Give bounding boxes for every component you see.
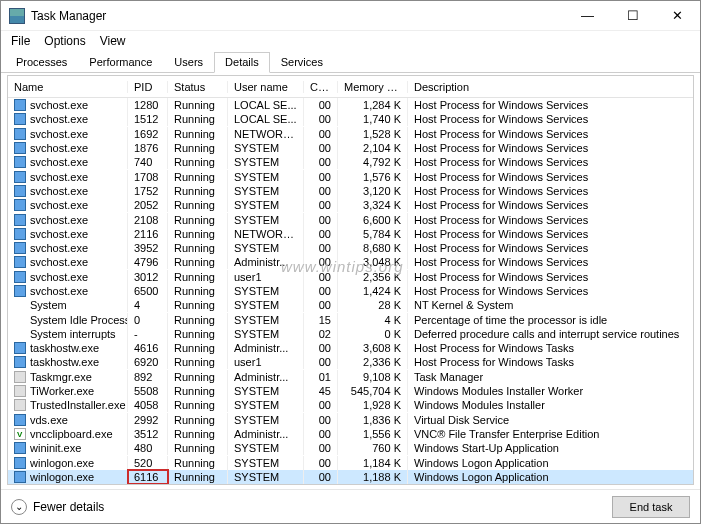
- process-icon: [14, 314, 26, 326]
- tab-performance[interactable]: Performance: [78, 52, 163, 73]
- process-icon: [14, 457, 26, 469]
- cell-pid: 4616: [128, 341, 168, 355]
- cell-name: vds.exe: [30, 413, 68, 427]
- col-name[interactable]: Name: [8, 81, 128, 93]
- menu-view[interactable]: View: [100, 34, 126, 48]
- table-row[interactable]: TiWorker.exe5508RunningSYSTEM45545,704 K…: [8, 384, 693, 398]
- grid-body[interactable]: svchost.exe1280RunningLOCAL SE...001,284…: [8, 98, 693, 484]
- tab-details[interactable]: Details: [214, 52, 270, 73]
- cell-cpu: 00: [304, 155, 338, 169]
- close-button[interactable]: ✕: [655, 1, 700, 30]
- table-row[interactable]: taskhostw.exe4616RunningAdministr...003,…: [8, 341, 693, 355]
- table-row[interactable]: System Idle Process0RunningSYSTEM154 KPe…: [8, 312, 693, 326]
- table-row[interactable]: System4RunningSYSTEM0028 KNT Kernel & Sy…: [8, 298, 693, 312]
- table-row[interactable]: svchost.exe2116RunningNETWORK...005,784 …: [8, 227, 693, 241]
- table-row[interactable]: svchost.exe6500RunningSYSTEM001,424 KHos…: [8, 284, 693, 298]
- cell-status: Running: [168, 98, 228, 112]
- table-row[interactable]: TrustedInstaller.exe4058RunningSYSTEM001…: [8, 398, 693, 412]
- cell-user: SYSTEM: [228, 198, 304, 212]
- table-row[interactable]: taskhostw.exe6920Runninguser1002,336 KHo…: [8, 355, 693, 369]
- col-user[interactable]: User name: [228, 81, 304, 93]
- col-cpu[interactable]: CPU: [304, 81, 338, 93]
- cell-memory: 1,836 K: [338, 413, 408, 427]
- cell-cpu: 15: [304, 313, 338, 327]
- cell-user: SYSTEM: [228, 384, 304, 398]
- process-icon: [14, 428, 26, 440]
- cell-cpu: 00: [304, 213, 338, 227]
- table-row[interactable]: winlogon.exe6116RunningSYSTEM001,188 KWi…: [8, 470, 693, 484]
- table-row[interactable]: wininit.exe480RunningSYSTEM00760 KWindow…: [8, 441, 693, 455]
- cell-cpu: 00: [304, 112, 338, 126]
- tab-users[interactable]: Users: [163, 52, 214, 73]
- table-row[interactable]: svchost.exe740RunningSYSTEM004,792 KHost…: [8, 155, 693, 169]
- table-row[interactable]: svchost.exe2052RunningSYSTEM003,324 KHos…: [8, 198, 693, 212]
- table-row[interactable]: svchost.exe1512RunningLOCAL SE...001,740…: [8, 112, 693, 126]
- cell-cpu: 00: [304, 227, 338, 241]
- process-icon: [14, 113, 26, 125]
- table-row[interactable]: svchost.exe1876RunningSYSTEM002,104 KHos…: [8, 141, 693, 155]
- cell-description: Host Process for Windows Services: [408, 198, 693, 212]
- tab-processes[interactable]: Processes: [5, 52, 78, 73]
- cell-cpu: 02: [304, 327, 338, 341]
- cell-cpu: 00: [304, 255, 338, 269]
- table-row[interactable]: svchost.exe3012Runninguser1002,356 KHost…: [8, 270, 693, 284]
- cell-memory: 2,336 K: [338, 355, 408, 369]
- cell-pid: 3512: [128, 427, 168, 441]
- cell-pid: 2052: [128, 198, 168, 212]
- col-memory[interactable]: Memory (p...: [338, 81, 408, 93]
- table-row[interactable]: vncclipboard.exe3512RunningAdministr...0…: [8, 427, 693, 441]
- end-task-button[interactable]: End task: [612, 496, 690, 518]
- table-row[interactable]: svchost.exe4796RunningAdministr...003,04…: [8, 255, 693, 269]
- cell-description: Host Process for Windows Services: [408, 255, 693, 269]
- cell-pid: 740: [128, 155, 168, 169]
- cell-name: svchost.exe: [30, 284, 88, 298]
- cell-description: Host Process for Windows Tasks: [408, 355, 693, 369]
- process-icon: [14, 228, 26, 240]
- cell-user: Administr...: [228, 341, 304, 355]
- process-icon: [14, 442, 26, 454]
- col-pid[interactable]: PID: [128, 81, 168, 93]
- col-description[interactable]: Description: [408, 81, 693, 93]
- table-row[interactable]: winlogon.exe520RunningSYSTEM001,184 KWin…: [8, 455, 693, 469]
- table-row[interactable]: svchost.exe3952RunningSYSTEM008,680 KHos…: [8, 241, 693, 255]
- cell-pid: 6116: [128, 470, 168, 484]
- cell-user: SYSTEM: [228, 141, 304, 155]
- tab-strip: Processes Performance Users Details Serv…: [1, 51, 700, 73]
- table-row[interactable]: Taskmgr.exe892RunningAdministr...019,108…: [8, 370, 693, 384]
- menu-file[interactable]: File: [11, 34, 30, 48]
- cell-user: NETWORK...: [228, 127, 304, 141]
- cell-pid: 480: [128, 441, 168, 455]
- col-status[interactable]: Status: [168, 81, 228, 93]
- cell-name: System Idle Process: [30, 313, 128, 327]
- tab-services[interactable]: Services: [270, 52, 334, 73]
- cell-cpu: 00: [304, 241, 338, 255]
- cell-user: Administr...: [228, 427, 304, 441]
- menu-options[interactable]: Options: [44, 34, 85, 48]
- cell-status: Running: [168, 341, 228, 355]
- cell-memory: 6,600 K: [338, 213, 408, 227]
- cell-name: svchost.exe: [30, 213, 88, 227]
- cell-user: Administr...: [228, 370, 304, 384]
- cell-cpu: 00: [304, 170, 338, 184]
- process-icon: [14, 128, 26, 140]
- fewer-details-button[interactable]: ⌄ Fewer details: [11, 499, 104, 515]
- maximize-button[interactable]: ☐: [610, 1, 655, 30]
- cell-memory: 28 K: [338, 298, 408, 312]
- process-icon: [14, 256, 26, 268]
- process-icon: [14, 242, 26, 254]
- table-row[interactable]: svchost.exe1708RunningSYSTEM001,576 KHos…: [8, 169, 693, 183]
- table-row[interactable]: System interrupts-RunningSYSTEM020 KDefe…: [8, 327, 693, 341]
- table-row[interactable]: svchost.exe2108RunningSYSTEM006,600 KHos…: [8, 212, 693, 226]
- cell-pid: 1512: [128, 112, 168, 126]
- table-row[interactable]: svchost.exe1752RunningSYSTEM003,120 KHos…: [8, 184, 693, 198]
- table-row[interactable]: vds.exe2992RunningSYSTEM001,836 KVirtual…: [8, 413, 693, 427]
- minimize-button[interactable]: —: [565, 1, 610, 30]
- cell-name: taskhostw.exe: [30, 355, 99, 369]
- cell-description: Host Process for Windows Services: [408, 112, 693, 126]
- cell-status: Running: [168, 313, 228, 327]
- table-row[interactable]: svchost.exe1280RunningLOCAL SE...001,284…: [8, 98, 693, 112]
- table-row[interactable]: svchost.exe1692RunningNETWORK...001,528 …: [8, 127, 693, 141]
- process-icon: [14, 385, 26, 397]
- cell-cpu: 00: [304, 298, 338, 312]
- process-icon: [14, 471, 26, 483]
